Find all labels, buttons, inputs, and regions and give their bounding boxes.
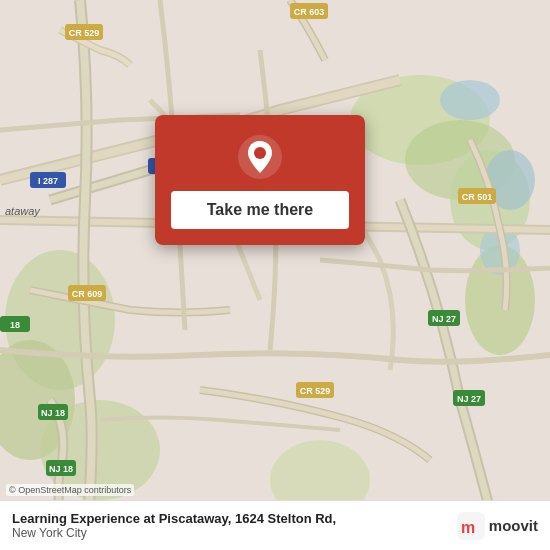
moovit-text: moovit <box>489 517 538 534</box>
svg-text:CR 501: CR 501 <box>462 192 493 202</box>
moovit-icon: m <box>457 512 485 540</box>
location-city: New York City <box>12 526 336 540</box>
svg-text:NJ 18: NJ 18 <box>49 464 73 474</box>
osm-credit: © OpenStreetMap contributors <box>6 484 134 496</box>
svg-text:ataway: ataway <box>5 205 41 217</box>
svg-point-9 <box>440 80 500 120</box>
location-title: Learning Experience at Piscataway, 1624 … <box>12 511 336 526</box>
svg-text:CR 529: CR 529 <box>300 386 331 396</box>
take-me-there-button[interactable]: Take me there <box>171 191 349 229</box>
svg-text:CR 603: CR 603 <box>294 7 325 17</box>
svg-text:18: 18 <box>10 320 20 330</box>
svg-text:I 287: I 287 <box>38 176 58 186</box>
svg-text:NJ 27: NJ 27 <box>457 394 481 404</box>
popup-card: Take me there <box>155 115 365 245</box>
moovit-logo: m moovit <box>457 512 538 540</box>
location-pin-icon <box>238 135 282 179</box>
svg-text:NJ 18: NJ 18 <box>41 408 65 418</box>
svg-text:CR 609: CR 609 <box>72 289 103 299</box>
map-background: I 287 I 287 CR 529 CR 603 CR 665 CR 501 … <box>0 0 550 550</box>
svg-text:m: m <box>461 519 475 536</box>
location-info: Learning Experience at Piscataway, 1624 … <box>12 511 336 540</box>
svg-point-40 <box>254 147 266 159</box>
svg-text:CR 529: CR 529 <box>69 28 100 38</box>
bottom-info-bar: Learning Experience at Piscataway, 1624 … <box>0 500 550 550</box>
svg-text:NJ 27: NJ 27 <box>432 314 456 324</box>
map-container: I 287 I 287 CR 529 CR 603 CR 665 CR 501 … <box>0 0 550 550</box>
